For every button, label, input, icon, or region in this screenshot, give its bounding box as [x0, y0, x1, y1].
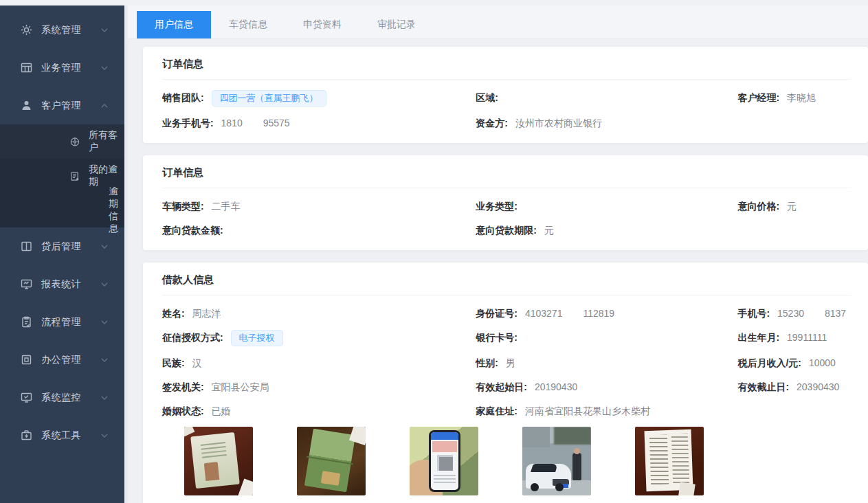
- card-title: 订单信息: [162, 58, 852, 80]
- monitor-check-icon: [21, 392, 32, 403]
- tab-approval-records[interactable]: 审批记录: [359, 11, 434, 38]
- field-label: 签发机关:: [162, 381, 204, 392]
- sidebar-item-overdue-info[interactable]: 逾期信息: [0, 193, 124, 227]
- sidebar-item-label: 客户管理: [41, 100, 101, 112]
- field-label: 出生年月:: [737, 332, 779, 343]
- handwritten-doc-thumbnail[interactable]: [635, 427, 704, 495]
- field-loan-amount: 意向贷款金额:: [162, 223, 476, 238]
- sidebar-item-report-statistics[interactable]: 报表统计: [0, 265, 124, 303]
- chevron-down-icon: [101, 245, 108, 249]
- field-label: 有效截止日:: [737, 381, 789, 392]
- field-region: 区域:: [476, 90, 737, 107]
- field-label: 区域:: [476, 92, 498, 103]
- loan-intent-card: 订单信息 车辆类型: 二手车 业务类型: 意向价格: 元: [143, 155, 868, 250]
- field-value: 二手车: [212, 201, 241, 212]
- sidebar-item-system-monitor[interactable]: 系统监控: [0, 379, 124, 416]
- sidebar-item-my-overdue[interactable]: 我的逾期: [0, 159, 124, 193]
- field-label: 意向贷款金额:: [162, 225, 223, 236]
- field-label: 姓名:: [162, 308, 185, 319]
- photo-id-card[interactable]: 身份证: [184, 427, 253, 503]
- auth-screenshot-thumbnail[interactable]: [410, 427, 478, 495]
- field-label: 家庭住址:: [476, 405, 518, 416]
- sidebar-item-business-management[interactable]: 业务管理: [0, 49, 124, 87]
- sidebar-item-all-customers[interactable]: 所有客户: [0, 124, 124, 159]
- photo-person-car[interactable]: 人车合照: [522, 427, 591, 503]
- field-value: 152308137: [777, 308, 846, 319]
- field-value: 19911111: [787, 332, 827, 343]
- sidebar-item-office-management[interactable]: 办公管理: [0, 341, 124, 379]
- notebook-icon: [70, 171, 80, 181]
- field-value: 元: [544, 225, 554, 236]
- sidebar-item-label: 系统管理: [41, 24, 101, 36]
- field-intended-price: 意向价格: 元: [737, 199, 852, 214]
- chevron-down-icon: [101, 282, 108, 287]
- tab-loan-application-materials[interactable]: 申贷资料: [285, 11, 359, 38]
- borrower-info-card: 借款人信息 姓名: 周志洋 身份证号: 4103271112819 手机号: 1: [143, 262, 868, 503]
- sidebar-item-label: 系统工具: [41, 429, 101, 442]
- field-value: 李晓旭: [787, 92, 816, 103]
- person-car-photo-thumbnail[interactable]: [522, 427, 591, 495]
- sidebar-item-label: 办公管理: [41, 354, 101, 366]
- sidebar-item-label: 流程管理: [41, 316, 101, 328]
- field-label: 手机号:: [737, 308, 770, 319]
- field-sales-team: 销售团队: 四团一营（直属王鹏飞）: [162, 90, 476, 107]
- clipboard-icon: [21, 316, 32, 328]
- sidebar-item-system-management[interactable]: 系统管理: [0, 11, 124, 49]
- chevron-up-icon: [101, 104, 108, 108]
- wheel-icon: [70, 137, 80, 147]
- field-business-phone: 业务手机号: 181095575: [162, 115, 476, 131]
- photo-handwritten-doc[interactable]: 其他材料: [635, 427, 704, 503]
- sidebar-item-process-management[interactable]: 流程管理: [0, 303, 124, 341]
- top-strip: [0, 0, 868, 5]
- license-photo-thumbnail[interactable]: [297, 427, 366, 495]
- field-value: 周志洋: [192, 308, 221, 319]
- field-label: 民族:: [162, 357, 185, 368]
- chevron-down-icon: [101, 358, 108, 362]
- field-bank-card: 银行卡号:: [476, 330, 737, 346]
- tab-car-loan-info[interactable]: 车贷信息: [211, 11, 285, 38]
- field-gender: 性别: 男: [476, 355, 737, 370]
- field-value: 181095575: [221, 118, 290, 128]
- content: 订单信息 销售团队: 四团一营（直属王鹏飞） 区域: 客户经理: 李晓旭: [128, 39, 868, 503]
- field-value: 已婚: [212, 405, 231, 416]
- field-id-number: 身份证号: 4103271112819: [476, 306, 737, 321]
- field-label: 有效起始日:: [476, 381, 527, 392]
- book-icon: [21, 241, 32, 252]
- toolbox-icon: [21, 429, 32, 441]
- field-label: 业务手机号:: [162, 118, 214, 128]
- field-value: 男: [506, 357, 515, 368]
- field-birth: 出生年月: 19911111: [737, 330, 852, 346]
- sidebar-item-label: 我的逾期: [89, 164, 124, 188]
- photo-license-booklet[interactable]: 驾驶证原件: [297, 427, 366, 503]
- field-label: 婚姻状态:: [162, 405, 204, 416]
- order-info-card: 订单信息 销售团队: 四团一营（直属王鹏飞） 区域: 客户经理: 李晓旭: [143, 47, 868, 143]
- field-income: 税后月收入/元: 10000: [737, 355, 852, 370]
- gear-icon: [21, 24, 32, 36]
- field-loan-term: 意向贷款期限: 元: [476, 223, 737, 238]
- sidebar-item-system-tools[interactable]: 系统工具: [0, 416, 124, 454]
- sidebar-item-postloan-management[interactable]: 贷后管理: [0, 227, 124, 265]
- field-value: 汉: [192, 357, 202, 368]
- redaction-box: [562, 309, 583, 317]
- grid-icon: [21, 62, 32, 74]
- sidebar-item-label: 业务管理: [41, 62, 101, 74]
- office-icon: [21, 354, 32, 366]
- customer-submenu: 所有客户 我的逾期 逾期信息: [0, 124, 124, 227]
- field-name: 姓名: 周志洋: [162, 306, 476, 321]
- sidebar-item-customer-management[interactable]: 客户管理: [0, 87, 124, 124]
- id-card-photo-thumbnail[interactable]: [184, 427, 253, 495]
- tab-user-info[interactable]: 用户信息: [137, 11, 211, 38]
- sales-team-tag[interactable]: 四团一营（直属王鹏飞）: [212, 90, 326, 107]
- chevron-down-icon: [101, 28, 108, 32]
- monitor-icon: [21, 278, 32, 290]
- field-account-manager: 客户经理: 李晓旭: [737, 90, 852, 107]
- field-value: 20190430: [535, 381, 577, 392]
- field-label: 业务类型:: [476, 201, 518, 212]
- card-title: 借款人信息: [162, 273, 852, 295]
- field-value: 宜阳县公安局: [212, 381, 269, 392]
- field-business-type: 业务类型:: [476, 199, 737, 214]
- page: 系统管理 业务管理 客户管理 所有客户 我的逾期: [0, 0, 868, 503]
- field-value: 10000: [809, 357, 836, 368]
- photo-auth-screenshot[interactable]: 授权证明: [410, 427, 478, 503]
- field-label: 销售团队:: [162, 92, 204, 103]
